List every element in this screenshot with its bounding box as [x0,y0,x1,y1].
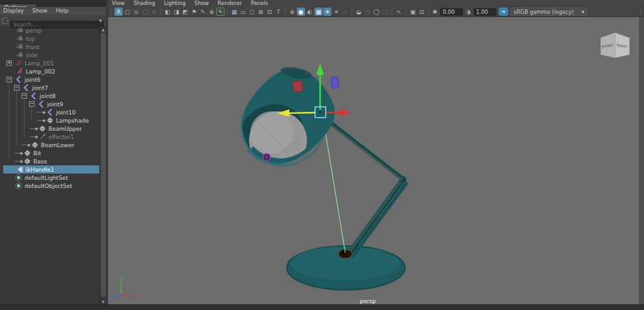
viewport-menu-renderer[interactable]: Renderer [218,0,242,7]
film-gate-icon[interactable]: ▭ [239,8,247,16]
bookmark-icon[interactable]: ⚑ [190,8,198,16]
viewport-menu-shading[interactable]: Shading [133,0,155,7]
field-chart-icon[interactable]: ⊞ [257,8,265,16]
isolate-select-icon[interactable]: ↖ [395,8,403,16]
joint-marker-red[interactable] [292,80,304,92]
tree-connector-icon [30,128,36,129]
exposure-field[interactable] [440,8,463,16]
select-paint-icon[interactable]: ◯ [141,8,149,16]
grease-pencil-icon[interactable]: ✎ [216,8,225,16]
outliner-item-defaultLightSet[interactable]: defaultLightSet [0,174,99,182]
safe-action-icon[interactable]: ⊡ [265,8,274,16]
outliner-item-Base[interactable]: Base [0,157,99,165]
select-marquee-icon[interactable]: ▢ [123,8,131,16]
color-transform-value: sRGB gamma (legacy) [514,9,581,15]
scene-3d[interactable]: FRONT RIGHT persp y x z [108,17,639,304]
viewport-right-gutter [639,17,644,304]
collapse-icon[interactable]: − [21,93,27,99]
outliner-item-joint8[interactable]: −joint8 [0,92,99,100]
outliner-item-top[interactable]: top [0,35,99,43]
lamp-beam-lower[interactable] [347,179,407,257]
outliner-item-joint7[interactable]: −joint7 [0,84,99,92]
snapshot-icon[interactable]: ▣ [409,8,417,16]
select-camera-icon[interactable]: ◧ [164,8,172,16]
joint-marker-blue[interactable] [331,77,339,88]
pan-zoom-icon[interactable]: ⊕ [208,8,216,16]
collapse-icon[interactable]: − [6,77,12,82]
gamma-icon[interactable]: ◑ [464,8,472,16]
textured-icon[interactable]: ▩ [314,8,323,16]
bounding-box-icon[interactable]: ◐ [306,8,314,16]
collapse-icon[interactable]: − [29,101,35,107]
ik-handle-line[interactable] [323,116,345,253]
viewport-menu-show[interactable]: Show [194,0,209,7]
outliner-panel: Outliner DisplayShowHelp ▼ persptopfront… [0,0,106,304]
depth-of-field-icon[interactable]: ▢ [381,8,389,16]
collapse-icon[interactable]: − [14,85,19,91]
scrollbar-thumb[interactable] [101,33,106,297]
smooth-shade-icon[interactable]: ● [297,8,305,16]
viewport-menu-view[interactable]: View [112,0,125,7]
outliner-item-joint10[interactable]: joint10 [0,108,99,116]
viewport-canvas[interactable]: FRONT RIGHT persp y x z [108,17,639,304]
select-lasso-icon[interactable]: ▣ [132,8,140,16]
outliner-item-front[interactable]: front [0,43,99,51]
item-label: joint8 [40,93,55,99]
window-bottom-edge [0,304,644,310]
search-dropdown-icon[interactable]: ▼ [99,18,102,23]
pole-vector-handle[interactable] [263,153,270,161]
scroll-up-icon[interactable]: ▲ [100,27,106,31]
effector-icon [39,133,46,140]
viewport-menu-panels[interactable]: Panels [251,0,268,7]
color-transform-dropdown[interactable]: sRGB gamma (legacy) ▼ [511,8,587,16]
wireframe-icon[interactable]: ⊕ [288,8,296,16]
outliner-item-BeamLower[interactable]: BeamLower [0,141,99,149]
anti-aliasing-icon[interactable]: ◯ [372,8,380,16]
lamp-head[interactable] [224,65,335,182]
item-label: side [26,52,37,58]
exposure-icon[interactable]: ✱ [431,8,439,16]
outliner-item-Lampshade[interactable]: Lampshade [0,116,99,125]
tree-connector-icon [30,136,36,137]
motion-blur-icon[interactable]: ◌ [364,8,372,16]
outliner-item-Lamp_001[interactable]: +Lamp_001 [0,59,99,67]
viewport-toolbar: A▢▣◯⊘◧◨◩⚑✎⊕✎▦▭◻⊞⊡T⊕●◐▩✳☀▱◒◌◯▢↖▣⊡ ✱ ◑ ≡ s… [108,7,644,17]
outliner-menu-help[interactable]: Help [55,7,69,15]
outliner-item-BeamUpper[interactable]: BeamUpper [0,125,99,133]
wireframe-on-shaded-icon[interactable]: ✳ [323,8,331,16]
outliner-item-defaultObjectSet[interactable]: defaultObjectSet [0,182,99,190]
outliner-item-side[interactable]: side [0,51,99,59]
default-lighting-icon[interactable]: ☀ [332,8,340,16]
select-off-icon[interactable]: ⊘ [150,8,158,16]
outliner-item-Bit[interactable]: Bit [0,149,99,157]
filter-icon[interactable] [2,18,8,24]
outliner-item-joint6[interactable]: −joint6 [0,75,99,84]
outliner-item-effector1[interactable]: effector1 [0,133,99,141]
select-highlight-icon[interactable]: A [114,8,123,16]
outliner-item-ikHandle1[interactable]: ikHandle1 [3,165,99,174]
image-capture-icon[interactable]: ⊡ [418,8,426,16]
camera-settings-icon[interactable]: ◩ [181,8,189,16]
view-cube[interactable]: FRONT RIGHT [601,33,630,58]
outliner-item-persp[interactable]: persp [0,26,99,35]
item-label: top [26,36,35,42]
outliner-menu-show[interactable]: Show [32,7,47,15]
outliner-scrollbar[interactable]: ▲ ▼ [99,26,106,304]
gamma-field[interactable] [474,8,496,16]
toolbar-divider [406,8,406,15]
outliner-menu-display[interactable]: Display [3,7,24,15]
color-management-icon[interactable]: ≡ [499,8,508,16]
viewport-menu-lighting[interactable]: Lighting [164,0,186,7]
outliner-item-joint9[interactable]: −joint9 [0,100,99,108]
grid-icon[interactable]: ▦ [230,8,238,16]
image-plane-icon[interactable]: ✎ [199,8,207,16]
ambient-occlusion-icon[interactable]: ◒ [355,8,363,16]
resolution-gate-icon[interactable]: ◻ [248,8,256,16]
expand-icon[interactable]: + [6,60,12,66]
outliner-tree: persptopfrontside+Lamp_001Lamp_002−joint… [0,26,99,191]
scroll-down-icon[interactable]: ▼ [100,299,106,304]
safe-title-icon[interactable]: T [274,8,282,16]
shadows-icon[interactable]: ▱ [341,8,349,16]
outliner-item-Lamp_002[interactable]: Lamp_002 [0,67,99,75]
camera-attributes-icon[interactable]: ◨ [172,8,180,16]
